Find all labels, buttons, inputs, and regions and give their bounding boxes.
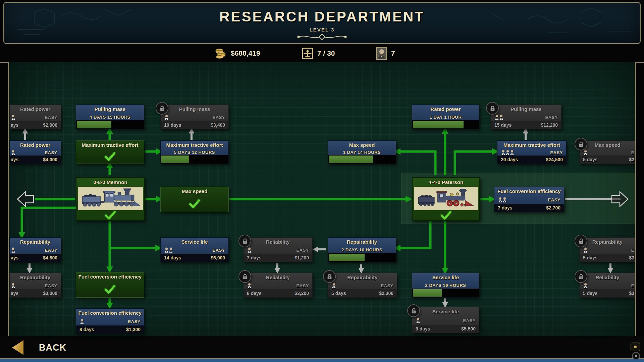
locomotive-image [414, 187, 478, 210]
node-fuel-conversion-left-done[interactable]: Fuel conversion efficiency [76, 272, 144, 298]
node-pulling-mass-left[interactable]: Pulling mass4 DAYS 15 HOURS [76, 105, 144, 129]
lock-icon [575, 235, 587, 247]
node-title: Service life [161, 238, 228, 246]
scientist-icons [331, 283, 336, 289]
node-title: Repairability [328, 238, 396, 246]
scientist-icons [494, 114, 503, 120]
node-max-tractive-left-progress[interactable]: Maximum tractive effort5 DAYS 12 HOURS [160, 140, 229, 164]
corner-dot-icon[interactable] [632, 352, 640, 360]
header-panel: RESEARCH DEPARTMENT LEVEL 3 [3, 2, 641, 44]
node-title: Fuel conversion efficiency [76, 273, 144, 281]
researched-check-icon [76, 210, 144, 220]
locomotive-image [78, 187, 143, 210]
scientist-icons [583, 247, 587, 253]
lock-icon [575, 138, 587, 150]
node-fuel-conversion-right[interactable]: Fuel conversion efficiencyEASY7 days$2,7… [494, 187, 564, 212]
scientist-count: 7 [391, 49, 395, 57]
scientist-icons [247, 247, 251, 253]
node-title: Maximum tractive effort [161, 141, 228, 149]
research-cost: $4,600 [43, 255, 57, 260]
research-cost: $3 [629, 255, 634, 260]
progress-bar [412, 289, 479, 297]
back-button[interactable]: BACK [12, 340, 66, 355]
node-title: Fuel conversion efficiency [494, 187, 564, 196]
research-days: 10 days [164, 122, 181, 128]
node-title: Maximum tractive effort [76, 141, 144, 149]
researched-check-icon [76, 281, 144, 297]
node-title: 4-4-0 Paterson [413, 178, 479, 187]
node-fuel-conversion-left-blue[interactable]: Fuel conversion efficiencyEASY8 days$1,3… [76, 308, 144, 334]
node-max-speed-right-locked[interactable]: Max speedE5 days$2 [579, 140, 636, 164]
time-remaining: 1 DAY 14 HOURS [328, 149, 396, 155]
node-title: Pulling mass [76, 105, 144, 114]
corner-widget-icon[interactable] [631, 343, 640, 351]
researched-check-icon [76, 149, 144, 164]
research-days: 8 days [247, 291, 262, 296]
node-repairability-left[interactable]: RepairabilityEASYays$4,600 [9, 237, 61, 262]
time-remaining: 4 DAYS 15 HOURS [76, 114, 144, 120]
node-repairability-right-locked[interactable]: RepairabilityE5 days$3 [579, 237, 636, 262]
research-cost: $3,200 [294, 291, 309, 296]
node-title: Repairability [10, 238, 61, 246]
node-memnon-train[interactable]: 0-8-0 Memnon [76, 177, 145, 221]
node-pulling-mass-right-locked[interactable]: Pulling massEASY15 days$12,200 [491, 105, 561, 129]
node-reliability-right-locked[interactable]: ReliabilityE5 days$3 [579, 273, 636, 298]
level-label: LEVEL 3 [4, 27, 640, 33]
difficulty-label: EASY [213, 115, 225, 120]
node-repairability-locked-5[interactable]: RepairabilityEASY5 days$2,300 [328, 273, 397, 298]
node-reliability-locked-8[interactable]: ReliabilityEASY8 days$3,200 [243, 273, 313, 298]
difficulty-label: EASY [213, 248, 225, 253]
scientist-icons [164, 114, 168, 120]
node-max-speed-left-done[interactable]: Max speed [160, 187, 229, 212]
research-days: 7 days [498, 205, 513, 210]
difficulty-label: EASY [545, 115, 558, 120]
research-department-screen: RESEARCH DEPARTMENT LEVEL 3 $688,419 [0, 0, 644, 362]
research-cost: $2,900 [43, 122, 57, 128]
node-service-life-progress[interactable]: Service life2 DAYS 19 HOURS [412, 273, 479, 298]
node-title: Rated power [10, 105, 61, 114]
node-max-speed-right-progress[interactable]: Max speed1 DAY 14 HOURS [328, 140, 396, 164]
progress-bar [76, 120, 144, 129]
research-days: ays [11, 122, 18, 128]
scientist-icons [583, 283, 587, 289]
research-days: 14 days [164, 255, 181, 260]
research-cost: $1,200 [294, 255, 309, 260]
node-title: Max speed [328, 141, 396, 149]
scientist-display: 7 [376, 45, 395, 62]
research-days: 7 days [247, 255, 262, 260]
lock-icon [407, 304, 420, 317]
scientist-icons [11, 283, 15, 289]
progress-bar [328, 253, 396, 262]
node-pulling-mass-left-locked[interactable]: Pulling massEASY10 days$3,400 [160, 105, 229, 129]
research-days: ays [11, 157, 18, 162]
scientist-icons [11, 114, 15, 120]
progress-bar [412, 120, 479, 129]
scientist-icons [11, 149, 15, 156]
node-rated-power-top-left[interactable]: Rated powerEASYays$2,900 [9, 105, 61, 129]
progress-bar [328, 155, 396, 164]
node-title: Reliability [244, 238, 312, 246]
difficulty-label: EASY [381, 283, 393, 288]
difficulty-label: EASY [550, 150, 563, 155]
research-cost: $12,200 [541, 122, 558, 128]
node-repairability-grey-left[interactable]: RepairabilityEASYays$3,000 [9, 273, 61, 298]
lock-icon [238, 270, 251, 283]
node-paterson-train[interactable]: 4-4-0 Paterson [412, 177, 480, 221]
money-value: $688,419 [231, 49, 260, 57]
research-cost: $2,300 [379, 291, 393, 296]
progress-bar [161, 155, 228, 164]
staff-icon [302, 48, 313, 59]
node-service-life-left[interactable]: Service lifeEASY14 days$6,900 [160, 237, 229, 262]
node-title: Reliability [244, 273, 312, 282]
node-rated-power-right[interactable]: Rated power1 DAY 1 HOUR [412, 105, 479, 129]
node-max-tractive-left-done[interactable]: Maximum tractive effort [76, 140, 144, 164]
difficulty-label: EASY [297, 248, 309, 253]
research-cost: $3,400 [211, 122, 225, 128]
resource-bar: $688,419 7 / 30 7 [0, 45, 644, 63]
node-service-life-locked[interactable]: Service lifeEASY9 days$5,500 [412, 307, 479, 333]
node-reliability-locked-7[interactable]: ReliabilityEASY7 days$1,200 [243, 237, 313, 262]
node-max-tractive-right[interactable]: Maximum tractive effortEASY20 days$24,50… [497, 140, 567, 164]
research-cost: $2,700 [546, 205, 560, 210]
node-rated-power-left[interactable]: Rated powerEASYays$4,000 [9, 140, 61, 164]
node-repairability-progress[interactable]: Repairability2 DAYS 10 HOURS [328, 237, 396, 262]
